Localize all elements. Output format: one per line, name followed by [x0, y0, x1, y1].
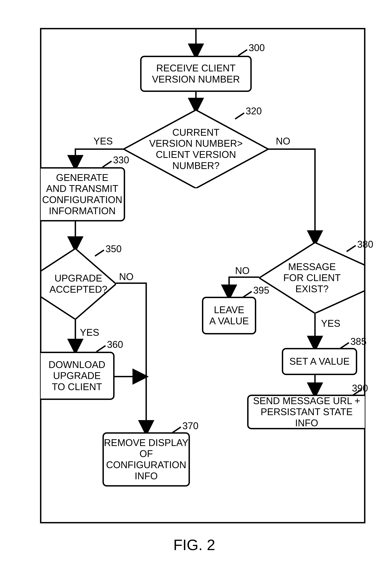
ref-330: 330: [113, 154, 129, 166]
node-350-upgrade-accepted: UPGRADE ACCEPTED?: [41, 249, 116, 319]
svg-line-13: [172, 427, 181, 433]
ref-320: 320: [246, 105, 262, 116]
figure-label: FIG. 2: [173, 536, 215, 553]
node-395-leave-value: LEAVE A VALUE: [202, 297, 256, 334]
ref-395: 395: [253, 285, 269, 296]
ref-360: 360: [107, 339, 123, 350]
node-380-text: MESSAGE FOR CLIENT EXIST?: [283, 261, 341, 295]
edge-380-no: NO: [235, 265, 250, 276]
node-350-text: UPGRADE ACCEPTED?: [49, 273, 107, 295]
node-390-send-message-url: SEND MESSAGE URL + PERSISTANT STATE INFO: [247, 395, 365, 429]
node-380-message-exist: MESSAGE FOR CLIENT EXIST?: [259, 242, 365, 313]
ref-300: 300: [249, 42, 265, 53]
ref-380: 380: [357, 239, 373, 250]
svg-line-12: [96, 346, 105, 352]
ref-350: 350: [105, 243, 122, 254]
svg-line-10: [102, 161, 112, 167]
ref-370: 370: [182, 420, 199, 432]
node-370-remove-display: REMOVE DISPLAY OF CONFIGURATION INFO: [102, 432, 190, 487]
edge-380-yes: YES: [321, 318, 340, 329]
svg-line-8: [238, 50, 247, 56]
node-320-text: CURRENT VERSION NUMBER> CLIENT VERSION N…: [149, 127, 243, 171]
node-300-receive-client-version: RECEIVE CLIENT VERSION NUMBER: [140, 56, 252, 92]
node-330-text: GENERATE AND TRANSMIT CONFIGURATION INFO…: [42, 172, 122, 216]
node-320-version-check: CURRENT VERSION NUMBER> CLIENT VERSION N…: [123, 110, 268, 188]
node-360-download-upgrade: DOWNLOAD UPGRADE TO CLIENT: [41, 352, 115, 400]
node-385-set-value: SET A VALUE: [282, 348, 357, 375]
svg-line-15: [340, 343, 349, 349]
edge-350-yes: YES: [80, 327, 99, 338]
edge-350-no: NO: [119, 271, 134, 282]
node-330-generate-transmit-config: GENERATE AND TRANSMIT CONFIGURATION INFO…: [41, 167, 125, 221]
flowchart-canvas: RECEIVE CLIENT VERSION NUMBER 300 CURREN…: [0, 0, 392, 576]
node-390-text: SEND MESSAGE URL + PERSISTANT STATE INFO: [248, 395, 365, 429]
node-300-text: RECEIVE CLIENT VERSION NUMBER: [152, 63, 240, 85]
node-370-text: REMOVE DISPLAY OF CONFIGURATION INFO: [104, 437, 188, 482]
node-360-text: DOWNLOAD UPGRADE TO CLIENT: [49, 359, 105, 393]
edge-320-yes: YES: [93, 136, 113, 147]
ref-390: 390: [352, 383, 368, 394]
svg-line-17: [243, 291, 252, 297]
node-395-text: LEAVE A VALUE: [209, 304, 249, 327]
edge-320-no: NO: [276, 136, 290, 147]
node-385-text: SET A VALUE: [289, 356, 350, 367]
ref-385: 385: [350, 336, 366, 347]
